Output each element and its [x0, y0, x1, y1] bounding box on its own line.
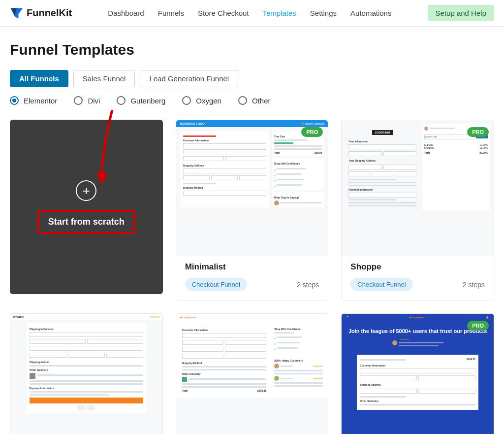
- radio-icon: [117, 96, 126, 105]
- radio-label: Other: [252, 97, 271, 105]
- nav-settings[interactable]: Settings: [310, 9, 337, 17]
- radio-gutenberg[interactable]: Gutenberg: [117, 96, 165, 105]
- radio-label: Oxygen: [196, 97, 221, 105]
- template-preview: PRO ☰ ◆ Logoipsum 🔒 Join the league of 5…: [342, 314, 494, 434]
- start-from-scratch-label: Start from scratch: [37, 210, 135, 234]
- tab-lead-generation[interactable]: Lead Generation Funnel: [140, 70, 238, 87]
- radio-label: Divi: [88, 97, 100, 105]
- setup-help-button[interactable]: Setup and Help: [428, 5, 494, 21]
- template-preview: ◆ Logoipsum Customer Information Shippin…: [176, 314, 328, 434]
- radio-icon: [10, 96, 19, 105]
- brand-logo[interactable]: FunnelKit: [10, 6, 72, 20]
- nav-store-checkout[interactable]: Store Checkout: [198, 9, 249, 17]
- template-info: Shoppe Checkout Funnel 2 steps: [342, 256, 494, 300]
- main-nav: Dashboard Funnels Store Checkout Templat…: [108, 9, 391, 17]
- nav-funnels[interactable]: Funnels: [158, 9, 184, 17]
- plus-icon: [76, 180, 96, 201]
- template-preview: PRO LOGOIPSUM Your Information Your Ship…: [342, 120, 494, 256]
- pro-badge: PRO: [301, 127, 323, 137]
- main-content: Funnel Templates All Funnels Sales Funne…: [0, 27, 504, 434]
- template-preview: My Store ★★★★★ Shipping Information Ship…: [10, 314, 162, 434]
- app-header: FunnelKit Dashboard Funnels Store Checko…: [0, 0, 504, 27]
- nav-templates[interactable]: Templates: [262, 9, 296, 17]
- radio-icon: [238, 96, 247, 105]
- tab-all-funnels[interactable]: All Funnels: [10, 70, 68, 87]
- template-steps: 2 steps: [463, 281, 485, 289]
- start-from-scratch-card[interactable]: Start from scratch: [10, 120, 163, 294]
- pro-badge: PRO: [467, 321, 489, 331]
- radio-label: Elementor: [24, 97, 57, 105]
- template-card-league[interactable]: PRO ☰ ◆ Logoipsum 🔒 Join the league of 5…: [341, 313, 494, 434]
- template-type-pill: Checkout Funnel: [350, 278, 412, 291]
- page-title: Funnel Templates: [10, 41, 494, 58]
- template-card-logoipsum[interactable]: ◆ Logoipsum Customer Information Shippin…: [176, 313, 329, 434]
- radio-icon: [182, 96, 191, 105]
- template-type-pill: Checkout Funnel: [185, 278, 247, 291]
- radio-oxygen[interactable]: Oxygen: [182, 96, 221, 105]
- template-card-minimalist[interactable]: PRO BUSINESS LOGO 🔒 Secure Checkout Cust…: [176, 120, 329, 300]
- template-grid: Start from scratch PRO BUSINESS LOGO 🔒 S…: [10, 120, 494, 434]
- nav-dashboard[interactable]: Dashboard: [108, 9, 144, 17]
- template-steps: 2 steps: [297, 281, 319, 289]
- template-card-shoppe[interactable]: PRO LOGOIPSUM Your Information Your Ship…: [341, 120, 494, 300]
- radio-divi[interactable]: Divi: [74, 96, 100, 105]
- builder-radio-group: Elementor Divi Gutenberg Oxygen Other: [10, 96, 494, 105]
- tab-sales-funnel[interactable]: Sales Funnel: [73, 70, 135, 87]
- radio-label: Gutenberg: [130, 97, 165, 105]
- template-title: Minimalist: [185, 262, 319, 272]
- radio-elementor[interactable]: Elementor: [10, 96, 57, 105]
- funnelkit-logo-icon: [10, 6, 24, 20]
- template-title: Shoppe: [350, 262, 485, 272]
- nav-automations[interactable]: Automations: [350, 9, 391, 17]
- funnel-type-tabs: All Funnels Sales Funnel Lead Generation…: [10, 70, 494, 87]
- brand-name: FunnelKit: [27, 7, 72, 19]
- annotation-arrow-icon: [93, 110, 122, 194]
- template-info: Minimalist Checkout Funnel 2 steps: [176, 256, 328, 300]
- template-preview: PRO BUSINESS LOGO 🔒 Secure Checkout Cust…: [176, 120, 328, 256]
- pro-badge: PRO: [467, 127, 489, 137]
- radio-icon: [74, 96, 83, 105]
- template-card-mystore[interactable]: My Store ★★★★★ Shipping Information Ship…: [10, 313, 163, 434]
- radio-other[interactable]: Other: [238, 96, 271, 105]
